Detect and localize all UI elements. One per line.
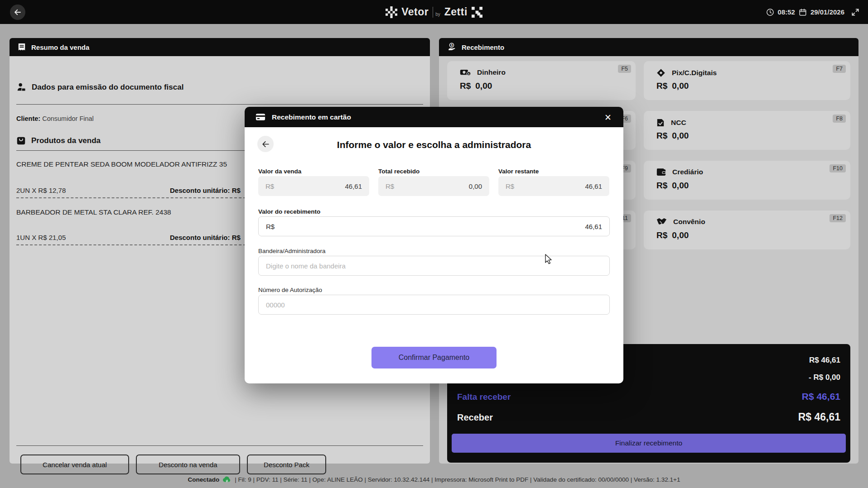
fkey-badge: F8 bbox=[833, 115, 846, 123]
finalize-payment-button[interactable]: Finalizar recebimento bbox=[452, 434, 846, 453]
fkey-badge: F7 bbox=[833, 65, 846, 73]
valor-restante-label: Valor restante bbox=[498, 168, 539, 175]
brand-by: by bbox=[435, 12, 440, 17]
currency-prefix: R$ bbox=[506, 182, 514, 190]
payment-method-pix[interactable]: Pix/C.Digitais R$0,00 F7 bbox=[644, 61, 850, 100]
fullscreen-icon[interactable] bbox=[851, 8, 860, 17]
total-recebido-value: 0,00 bbox=[469, 182, 482, 190]
amount-currency: R$ bbox=[656, 181, 667, 191]
amount-value: 0,00 bbox=[672, 81, 689, 91]
valor-recebimento-field[interactable]: R$ 46,61 bbox=[258, 216, 610, 236]
payment-panel-title: Recebimento bbox=[462, 43, 504, 51]
amount-value: 0,00 bbox=[672, 181, 689, 191]
payment-panel-header: $ Recebimento bbox=[439, 38, 858, 56]
document-check-icon bbox=[656, 118, 665, 127]
valor-restante-value: 46,61 bbox=[585, 182, 602, 190]
brand-separator bbox=[433, 7, 433, 18]
products-section-title: Produtos da venda bbox=[31, 136, 101, 145]
amount-currency: R$ bbox=[656, 131, 667, 141]
fkey-badge: F12 bbox=[829, 214, 846, 222]
fkey-badge: F10 bbox=[829, 164, 846, 172]
sale-summary-header: Resumo da venda bbox=[10, 38, 430, 56]
autorizacao-label: Número de Autorização bbox=[258, 287, 322, 293]
shopping-bag-icon bbox=[16, 136, 26, 145]
payment-method-name: NCC bbox=[671, 119, 686, 127]
fiscal-section-title: Dados para emissão do documento fiscal bbox=[32, 83, 183, 92]
client-label: Cliente: bbox=[16, 115, 40, 122]
hand-money-icon: $ bbox=[447, 43, 456, 52]
amount-value: 0,00 bbox=[672, 230, 689, 240]
clock-time: 08:52 bbox=[778, 8, 795, 16]
modal-subtitle: Informe o valor e escolha a administrado… bbox=[245, 139, 623, 150]
receber-value: R$ 46,61 bbox=[798, 411, 840, 423]
status-bar: Conectado | Fil: 9 | PDV: 11 | Série: 11… bbox=[0, 471, 868, 488]
modal-title: Recebimento em cartão bbox=[272, 113, 351, 121]
calendar-icon bbox=[799, 8, 807, 16]
bandeira-input[interactable] bbox=[258, 256, 610, 276]
amount-currency: R$ bbox=[656, 81, 667, 91]
brand-suffix: Zetti bbox=[444, 6, 468, 18]
zetti-logo-icon bbox=[472, 7, 482, 18]
person-document-icon bbox=[16, 82, 26, 92]
product-discount: Desconto unitário: R$ bbox=[170, 234, 241, 241]
autorizacao-input[interactable] bbox=[258, 295, 610, 315]
vetor-logo-icon bbox=[386, 6, 397, 18]
pos-screen: Vetor by Zetti 08:52 29/01/2026 Resumo d… bbox=[0, 0, 868, 488]
brand-word: Vetor bbox=[401, 6, 429, 18]
payment-method-name: Pix/C.Digitais bbox=[672, 69, 717, 77]
amount-value: 0,00 bbox=[475, 81, 492, 91]
valor-venda-label: Valor da venda bbox=[258, 168, 301, 175]
total-recebido-label: Total recebido bbox=[378, 168, 420, 175]
payment-method-ncc[interactable]: NCC R$0,00 F8 bbox=[644, 111, 850, 150]
payment-method-crediario[interactable]: Crediário R$0,00 F10 bbox=[644, 161, 850, 200]
valor-recebimento-value: 46,61 bbox=[585, 223, 602, 230]
brand: Vetor by Zetti bbox=[0, 0, 868, 24]
payment-method-dinheiro[interactable]: $ Dinheiro R$0,00 F5 bbox=[447, 61, 636, 100]
connection-status: Conectado bbox=[188, 476, 220, 483]
pix-icon bbox=[656, 68, 665, 77]
top-bar: Vetor by Zetti 08:52 29/01/2026 bbox=[0, 0, 868, 24]
product-qty: 2UN X R$ 12,78 bbox=[16, 187, 66, 194]
amount-value: 0,00 bbox=[672, 131, 689, 141]
total-sale-value: R$ 46,61 bbox=[809, 356, 840, 365]
currency-prefix: R$ bbox=[265, 182, 274, 190]
valor-restante-field: R$ 46,61 bbox=[498, 176, 609, 196]
valor-venda-value: 46,61 bbox=[345, 182, 362, 190]
wallet-icon bbox=[656, 168, 666, 176]
receber-label: Receber bbox=[457, 412, 493, 423]
amount-currency: R$ bbox=[460, 81, 471, 91]
product-qty: 1UN X R$ 21,05 bbox=[16, 234, 66, 241]
clock-icon bbox=[766, 8, 774, 16]
currency-prefix: R$ bbox=[386, 182, 394, 190]
topbar-clock-area: 08:52 29/01/2026 bbox=[766, 0, 860, 24]
modal-header: Recebimento em cartão bbox=[245, 107, 623, 127]
payment-method-name: Convênio bbox=[673, 218, 705, 226]
client-value: Consumidor Final bbox=[42, 115, 94, 122]
date-value: 29/01/2026 bbox=[810, 8, 844, 16]
total-discount-value: - R$ 0,00 bbox=[809, 373, 840, 382]
modal-close-button[interactable]: ✕ bbox=[603, 112, 613, 123]
payment-method-name: Dinheiro bbox=[477, 68, 506, 77]
cash-icon: $ bbox=[460, 68, 471, 77]
total-recebido-field: R$ 0,00 bbox=[378, 176, 489, 196]
handshake-icon bbox=[656, 218, 667, 226]
confirm-payment-button[interactable]: Confirmar Pagamento bbox=[371, 347, 497, 368]
product-discount: Desconto unitário: R$ bbox=[170, 187, 241, 194]
falta-receber-value: R$ 46,61 bbox=[802, 391, 840, 402]
amount-currency: R$ bbox=[656, 230, 667, 240]
sale-summary-title: Resumo da venda bbox=[31, 43, 89, 51]
credit-card-icon bbox=[256, 113, 265, 121]
bandeira-label: Bandeira/Administradora bbox=[258, 248, 326, 254]
fiscal-section-title-row: Dados para emissão do documento fiscal bbox=[16, 82, 183, 92]
divider bbox=[16, 104, 423, 105]
payment-method-convenio[interactable]: Convênio R$0,00 F12 bbox=[644, 211, 850, 249]
valor-recebimento-label: Valor do recebimento bbox=[258, 208, 320, 215]
currency-prefix: R$ bbox=[266, 223, 275, 230]
payment-method-name: Crediário bbox=[672, 168, 703, 176]
svg-text:$: $ bbox=[451, 43, 453, 47]
receipt-icon bbox=[18, 43, 26, 52]
card-payment-modal: Recebimento em cartão ✕ Informe o valor … bbox=[245, 107, 623, 383]
fkey-badge: F5 bbox=[618, 65, 631, 73]
cloud-sync-icon bbox=[222, 476, 231, 483]
falta-receber-label: Falta receber bbox=[457, 392, 511, 402]
